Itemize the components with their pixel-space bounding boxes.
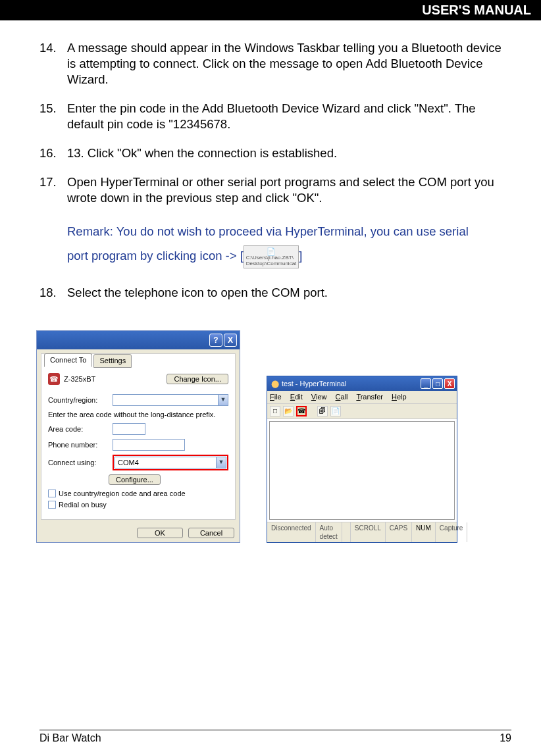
step-text: Enter the pin code in the Add Bluetooth …	[67, 101, 508, 132]
menu-call[interactable]: Call	[336, 393, 348, 401]
connect-using-highlight: COM4▼	[113, 455, 228, 470]
step-number: 18.	[39, 285, 67, 301]
remark-line2b: ]	[299, 249, 302, 263]
menu-bar: File Edit View Call Transfer Help	[267, 391, 457, 403]
area-code-label: Area code:	[48, 424, 109, 434]
status-connection: Disconnected	[267, 522, 316, 542]
country-label: Country/region:	[48, 395, 109, 405]
area-hint: Enter the area code without the long-dis…	[48, 410, 228, 419]
connect-using-label: Connect using:	[48, 458, 109, 467]
cancel-button[interactable]: Cancel	[188, 528, 234, 538]
properties-icon[interactable]: 🗐	[317, 406, 328, 416]
remark-line2a: port program by clicking icon -> [	[67, 249, 244, 263]
chevron-down-icon: ▼	[218, 395, 228, 405]
status-num: NUM	[412, 522, 436, 542]
send-icon[interactable]: 📄	[330, 406, 341, 416]
step-number: 14.	[39, 40, 67, 88]
step-text: Open HyperTerminal or other serial port …	[67, 174, 508, 206]
step-text: 13. Click "Ok" when the connection is es…	[67, 145, 508, 161]
change-icon-button[interactable]: Change Icon...	[167, 374, 228, 384]
status-autodetect: Auto detect	[316, 522, 342, 542]
terminal-area[interactable]	[269, 421, 455, 520]
maximize-button[interactable]: □	[432, 378, 443, 389]
checkbox-icon	[48, 501, 56, 509]
tabs: Connect To Settings	[44, 353, 235, 366]
connect-using-combo[interactable]: COM4▼	[115, 457, 226, 468]
step-number: 17.	[39, 174, 67, 206]
remark-text: Remark: You do not wish to proceed via H…	[67, 219, 508, 268]
close-button[interactable]: X	[224, 334, 237, 347]
hyperterminal-window: ⬤test - HyperTerminal _ □ X File Edit Vi…	[267, 376, 457, 542]
status-capture: Capture	[436, 522, 468, 542]
step-14: 14. A message should appear in the Windo…	[39, 40, 508, 88]
menu-edit[interactable]: Edit	[290, 393, 303, 401]
phone-number-label: Phone number:	[48, 440, 109, 449]
page-number: 19	[500, 732, 511, 744]
step-17: 17. Open HyperTerminal or other serial p…	[39, 174, 508, 206]
tab-settings[interactable]: Settings	[93, 354, 132, 367]
status-scroll: SCROLL	[351, 522, 386, 542]
telephone-icon[interactable]: ☎	[296, 406, 307, 416]
menu-transfer[interactable]: Transfer	[356, 393, 383, 401]
content-area: 14. A message should appear in the Windo…	[0, 20, 541, 543]
window-title: test - HyperTerminal	[282, 379, 346, 388]
step-number: 15.	[39, 101, 67, 132]
menu-view[interactable]: View	[311, 393, 327, 401]
app-icon: ⬤	[271, 379, 279, 388]
use-country-code-checkbox[interactable]: Use country/region code and area code	[48, 489, 228, 498]
step-text: Select the telephone icon to open the CO…	[67, 285, 508, 301]
menu-file[interactable]: File	[270, 393, 282, 401]
redial-on-busy-checkbox[interactable]: Redial on busy	[48, 500, 228, 509]
footer-title: Di Bar Watch	[39, 732, 101, 744]
shortcut-icon: 📄C:\Users\ji.hao.ZBT\Desktop\Communicat	[244, 245, 299, 269]
phone-icon: ☎	[48, 373, 60, 385]
configure-button[interactable]: Configure...	[109, 474, 161, 485]
connect-to-dialog: ? X Connect To Settings ☎ Z-325xBT Chang…	[36, 330, 240, 542]
ok-button[interactable]: OK	[137, 528, 183, 538]
titlebar: ⬤test - HyperTerminal _ □ X	[267, 376, 457, 391]
step-18: 18. Select the telephone icon to open th…	[39, 285, 508, 301]
chevron-down-icon: ▼	[216, 457, 226, 468]
phone-number-input[interactable]	[113, 439, 185, 451]
remark-line1: Remark: You do not wish to proceed via H…	[67, 224, 469, 238]
country-combo[interactable]: ▼	[113, 394, 228, 406]
minimize-button[interactable]: _	[421, 378, 431, 389]
menu-help[interactable]: Help	[392, 393, 407, 401]
step-text: A message should appear in the Windows T…	[67, 40, 508, 88]
tab-connect-to[interactable]: Connect To	[44, 353, 92, 366]
close-button[interactable]: X	[444, 378, 455, 389]
open-icon[interactable]: 📂	[283, 406, 294, 416]
doc-title: USER'S MANUAL	[422, 3, 531, 17]
checkbox-icon	[48, 490, 56, 497]
footer: Di Bar Watch 19	[39, 730, 511, 744]
step-16: 16. 13. Click "Ok" when the connection i…	[39, 145, 508, 161]
help-button[interactable]: ?	[209, 334, 222, 347]
step-number: 16.	[39, 145, 67, 161]
figures-row: ? X Connect To Settings ☎ Z-325xBT Chang…	[36, 330, 508, 542]
new-icon[interactable]: □	[270, 406, 280, 416]
status-caps: CAPS	[386, 522, 412, 542]
toolbar: □ 📂 ☎ 🗐 📄	[267, 404, 457, 419]
area-code-input[interactable]	[113, 423, 145, 435]
header-bar: USER'S MANUAL	[0, 0, 541, 20]
step-15: 15. Enter the pin code in the Add Blueto…	[39, 101, 508, 132]
status-bar: Disconnected Auto detect SCROLL CAPS NUM…	[267, 522, 457, 542]
titlebar: ? X	[37, 331, 240, 349]
device-name: Z-325xBT	[64, 374, 95, 384]
